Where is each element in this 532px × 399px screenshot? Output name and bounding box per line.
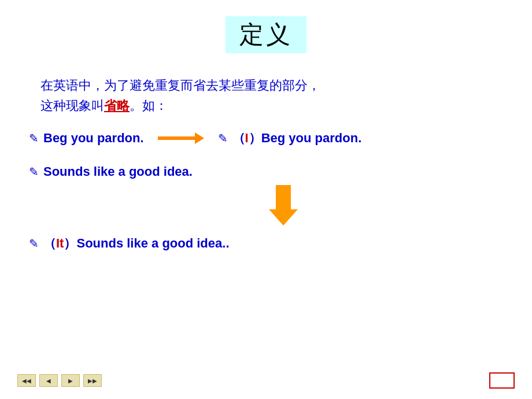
bullet-1r: ✎ — [218, 131, 228, 145]
example1-right-prefix: （ — [232, 131, 245, 145]
description-line2-suffix: 。如： — [130, 98, 168, 113]
nav-next-icon: ▶ — [68, 378, 73, 384]
nav-first-button[interactable]: ◀◀ — [17, 374, 36, 387]
bullet-3: ✎ — [29, 237, 39, 250]
example1-right-suffix: ）Beg you pardon. — [249, 131, 362, 145]
nav-last-button[interactable]: ▶▶ — [83, 374, 102, 387]
nav-first-icon: ◀◀ — [22, 378, 31, 384]
example1-right-text: （I）Beg you pardon. — [232, 130, 362, 147]
description-highlight: 省略 — [104, 98, 130, 113]
slide-title: 定义 — [226, 16, 306, 53]
bullet-2: ✎ — [29, 165, 39, 179]
example1-text: Beg you pardon. — [43, 131, 144, 146]
nav-prev-icon: ◀ — [46, 378, 51, 384]
description-line1: 在英语中，为了避免重复而省去某些重复的部分， — [40, 78, 320, 93]
nav-prev-button[interactable]: ◀ — [39, 374, 58, 387]
example3-suffix: ）Sounds like a good idea.. — [64, 236, 229, 250]
example3-red: It — [56, 236, 64, 250]
nav-controls[interactable]: ◀◀ ◀ ▶ ▶▶ — [17, 374, 102, 387]
example3-text: （It）Sounds like a good idea.. — [43, 235, 230, 252]
example3-prefix: （ — [43, 236, 56, 250]
description-paragraph: 在英语中，为了避免重复而省去某些重复的部分， 这种现象叫省略。如： — [23, 75, 509, 116]
example-row-3: ✎ （It）Sounds like a good idea.. — [23, 235, 509, 252]
slide: 定义 在英语中，为了避免重复而省去某些重复的部分， 这种现象叫省略。如： ✎ B… — [0, 0, 532, 399]
corner-box — [489, 372, 515, 389]
example-row-2: ✎ Sounds like a good idea. — [23, 164, 509, 179]
example2-text: Sounds like a good idea. — [43, 164, 193, 179]
right-arrow-icon — [158, 133, 204, 143]
bullet-1: ✎ — [29, 131, 39, 145]
nav-next-button[interactable]: ▶ — [61, 374, 80, 387]
title-container: 定义 — [0, 0, 532, 53]
example-row-1: ✎ Beg you pardon. ✎ （I）Beg you pardon. — [23, 130, 509, 147]
down-arrow-container — [58, 185, 509, 226]
main-content: 在英语中，为了避免重复而省去某些重复的部分， 这种现象叫省略。如： ✎ Beg … — [0, 53, 532, 252]
down-arrow-icon — [269, 185, 298, 226]
nav-bar: ◀◀ ◀ ▶ ▶▶ — [0, 372, 532, 389]
description-line2-prefix: 这种现象叫 — [40, 98, 104, 113]
nav-last-icon: ▶▶ — [88, 378, 97, 384]
